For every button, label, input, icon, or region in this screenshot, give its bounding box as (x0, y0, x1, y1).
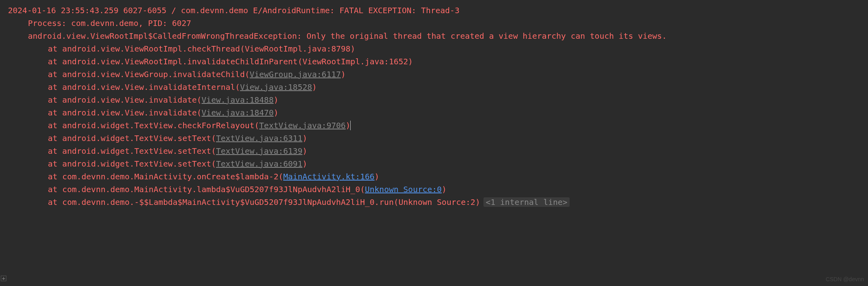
stack-frame-text: at com.devnn.demo.MainActivity.lambda$Vu… (48, 185, 365, 194)
stack-frame: at com.devnn.demo.MainActivity.lambda$Vu… (8, 183, 860, 196)
pid-tid: 6027-6055 (123, 6, 166, 15)
stack-frame-text: at android.view.View.invalidateInternal( (48, 82, 240, 92)
source-link[interactable]: TextView.java:6139 (216, 146, 302, 156)
package-name: com.devnn.demo (181, 6, 249, 15)
stack-frame: at android.widget.TextView.setText(TextV… (8, 145, 860, 157)
process-line: Process: com.devnn.demo, PID: 6027 (8, 17, 860, 30)
source-link[interactable]: TextView.java:6091 (216, 159, 302, 169)
stack-frame-text: at android.widget.TextView.setText( (48, 133, 216, 143)
log-header: 2024-01-16 23:55:43.259 6027-6055 / com.… (8, 4, 860, 17)
source-link[interactable]: MainActivity.kt:166 (283, 172, 375, 181)
stack-frame-text: at android.view.ViewRootImpl.invalidateC… (48, 57, 413, 66)
text-cursor (350, 121, 351, 130)
stack-frame-text: at android.view.View.invalidate( (48, 108, 201, 117)
stack-frame: at android.view.View.invalidateInternal(… (8, 81, 860, 93)
stack-frame-text: at com.devnn.demo.-$$Lambda$MainActivity… (48, 197, 480, 207)
source-link[interactable]: View.java:18470 (201, 108, 274, 117)
source-link[interactable]: View.java:18488 (201, 95, 274, 105)
stack-trace: at android.view.ViewRootImpl.checkThread… (8, 42, 860, 209)
stack-frame: at android.view.View.invalidate(View.jav… (8, 93, 860, 106)
stack-frame-text: at android.view.View.invalidate( (48, 95, 201, 105)
stack-frame: at android.widget.TextView.setText(TextV… (8, 157, 860, 170)
exception-line: android.view.ViewRootImpl$CalledFromWron… (8, 30, 860, 42)
source-link[interactable]: Unknown Source:0 (365, 185, 442, 194)
stack-frame: at android.view.ViewGroup.invalidateChil… (8, 68, 860, 81)
stack-frame-text: at android.widget.TextView.setText( (48, 159, 216, 169)
stack-frame: at android.widget.TextView.setText(TextV… (8, 132, 860, 145)
source-link[interactable]: TextView.java:6311 (216, 133, 302, 143)
stack-frame: at android.view.ViewRootImpl.invalidateC… (8, 55, 860, 68)
source-link[interactable]: ViewGroup.java:6117 (250, 70, 341, 79)
source-link[interactable]: TextView.java:9706 (259, 121, 346, 130)
log-tag: E/AndroidRuntime: (253, 6, 335, 15)
stack-frame: at com.devnn.demo.MainActivity.onCreate$… (8, 170, 860, 183)
stack-frame: at android.view.View.invalidate(View.jav… (8, 106, 860, 119)
source-link[interactable]: View.java:18528 (240, 82, 312, 92)
stack-frame-text: at android.view.ViewRootImpl.checkThread… (48, 44, 355, 54)
fold-marker[interactable]: <1 internal line> (483, 197, 570, 207)
timestamp: 2024-01-16 23:55:43.259 (8, 6, 118, 15)
stack-frame: at android.widget.TextView.checkForRelay… (8, 119, 860, 132)
stack-frame-text: at android.view.ViewGroup.invalidateChil… (48, 70, 250, 79)
stack-frame-text: at com.devnn.demo.MainActivity.onCreate$… (48, 172, 283, 181)
stack-frame-text: at android.widget.TextView.checkForRelay… (48, 121, 259, 130)
fatal-message: FATAL EXCEPTION: Thread-3 (339, 6, 460, 15)
stack-frame: at android.view.ViewRootImpl.checkThread… (8, 42, 860, 55)
stack-frame: at com.devnn.demo.-$$Lambda$MainActivity… (8, 196, 860, 209)
stack-frame-text: at android.widget.TextView.setText( (48, 146, 216, 156)
expand-fold-icon[interactable]: + (1, 276, 6, 281)
watermark: CSDN @devnn (826, 275, 864, 284)
